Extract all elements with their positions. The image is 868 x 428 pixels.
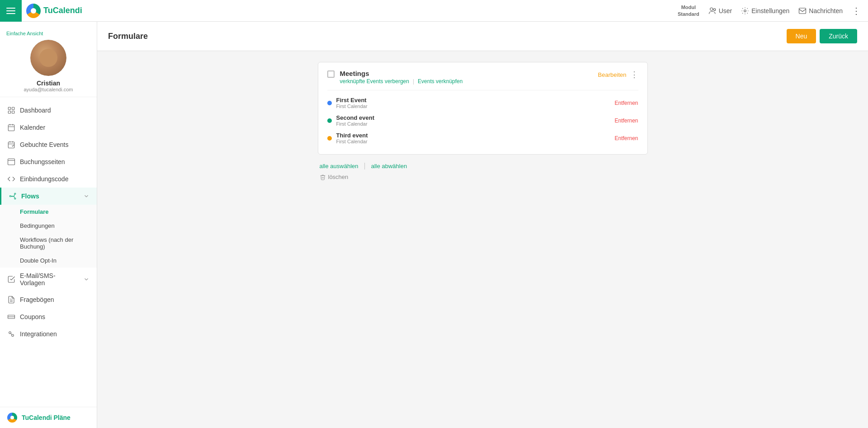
svg-point-0 bbox=[710, 8, 712, 10]
messages-button[interactable]: Nachrichten bbox=[798, 7, 843, 15]
user-icon bbox=[708, 7, 717, 15]
event-info-third: Third event First Calendar bbox=[336, 132, 610, 144]
calendar-check-icon bbox=[7, 141, 15, 149]
sidebar-item-einbindungscode[interactable]: Einbindungscode bbox=[0, 170, 97, 188]
more-options-button[interactable]: ⋮ bbox=[852, 5, 861, 16]
settings-button[interactable]: Einstellungen bbox=[741, 7, 789, 15]
connect-events-link[interactable]: Events verknüpfen bbox=[418, 78, 462, 85]
sidebar-item-label-fragebögen: Fragebögen bbox=[20, 296, 90, 303]
event-calendar-third: First Calendar bbox=[336, 139, 610, 144]
svg-point-2 bbox=[744, 9, 746, 12]
hamburger-button[interactable] bbox=[0, 0, 22, 22]
svg-rect-7 bbox=[12, 111, 14, 113]
entfernen-button-first[interactable]: Entfernen bbox=[614, 100, 638, 106]
sidebar: Einfache Ansicht Cristian ayuda@tucalend… bbox=[0, 22, 97, 428]
sidebar-subitem-formulare[interactable]: Formulare bbox=[0, 205, 97, 219]
sidebar-item-gebuchte-events[interactable]: Gebuchte Events bbox=[0, 136, 97, 153]
deselect-all-link[interactable]: alle abwählen bbox=[371, 163, 407, 169]
sidebar-item-fragebögen[interactable]: Fragebögen bbox=[0, 291, 97, 308]
einfache-ansicht-link[interactable]: Einfache Ansicht bbox=[5, 31, 43, 36]
svg-rect-4 bbox=[8, 107, 10, 109]
sidebar-item-label-gebuchte-events: Gebuchte Events bbox=[20, 141, 90, 148]
card-title: Meetings bbox=[340, 70, 593, 77]
delete-button[interactable]: löschen bbox=[320, 174, 349, 180]
sidebar-item-email-sms[interactable]: E-Mail/SMS-Vorlagen bbox=[0, 268, 97, 291]
card-checkbox[interactable] bbox=[327, 71, 335, 78]
modul-info: Modul Standard bbox=[678, 4, 699, 17]
link-separator: | bbox=[413, 78, 414, 85]
select-all-link[interactable]: alle auswählen bbox=[320, 163, 359, 169]
svg-point-11 bbox=[9, 196, 11, 197]
event-dot-first bbox=[327, 101, 332, 105]
entfernen-button-second[interactable]: Entfernen bbox=[614, 118, 638, 124]
top-navigation: TuCalendi Modul Standard User Einstellun… bbox=[0, 0, 868, 22]
card-links: verknüpfte Events verbergen | Events ver… bbox=[340, 78, 593, 85]
sidebar-profile: Einfache Ansicht Cristian ayuda@tucalend… bbox=[0, 22, 97, 97]
neu-button[interactable]: Neu bbox=[787, 29, 816, 43]
sidebar-nav: Dashboard Kalender Gebuchte Events bbox=[0, 97, 97, 347]
svg-rect-10 bbox=[8, 159, 15, 165]
flows-icon bbox=[9, 192, 17, 200]
bulk-separator: | bbox=[364, 162, 366, 170]
coupon-icon bbox=[7, 313, 15, 321]
svg-rect-3 bbox=[799, 8, 806, 14]
main-header: Formulare Neu Zurück bbox=[97, 22, 868, 51]
zuruck-button[interactable]: Zurück bbox=[820, 29, 857, 43]
event-info-second: Second event First Calendar bbox=[336, 114, 610, 127]
svg-rect-8 bbox=[8, 125, 14, 131]
event-calendar-first: First Calendar bbox=[336, 103, 610, 109]
sidebar-item-label-integrationen: Integrationen bbox=[20, 330, 90, 338]
sidebar-item-buchungsseiten[interactable]: Buchungsseiten bbox=[0, 153, 97, 170]
user-name: Cristian bbox=[37, 80, 60, 87]
logo-icon bbox=[26, 4, 41, 18]
chevron-down-icon bbox=[83, 193, 90, 199]
sidebar-item-tucalendi-planes[interactable]: TuCalendi Pläne bbox=[0, 407, 97, 428]
flows-submenu: Formulare Bedingungen Workflows (nach de… bbox=[0, 205, 97, 268]
sidebar-subitem-workflows[interactable]: Workflows (nach der Buchung) bbox=[0, 233, 97, 254]
sidebar-item-coupons[interactable]: Coupons bbox=[0, 308, 97, 325]
svg-rect-9 bbox=[8, 142, 14, 148]
delete-area: löschen bbox=[318, 174, 648, 180]
logo-text: TuCalendi bbox=[43, 6, 82, 15]
svg-point-18 bbox=[12, 334, 14, 337]
sidebar-subitem-double-opt-in[interactable]: Double Opt-In bbox=[0, 254, 97, 268]
sidebar-subitem-bedingungen[interactable]: Bedingungen bbox=[0, 219, 97, 233]
logo-link[interactable]: TuCalendi bbox=[26, 4, 82, 18]
hide-events-link[interactable]: verknüpfte Events verbergen bbox=[340, 78, 409, 85]
event-list: First Event First Calendar Entfernen Sec… bbox=[327, 90, 638, 147]
event-name-third: Third event bbox=[336, 132, 610, 139]
mail-icon bbox=[798, 7, 807, 15]
event-calendar-second: First Calendar bbox=[336, 121, 610, 127]
svg-point-17 bbox=[9, 332, 11, 334]
event-item-first: First Event First Calendar Entfernen bbox=[327, 94, 638, 112]
tucalendi-plans-icon bbox=[7, 413, 17, 423]
trash-icon bbox=[320, 174, 326, 180]
calendar-icon bbox=[7, 123, 15, 132]
chevron-down-icon-2 bbox=[83, 276, 90, 282]
sidebar-item-flows[interactable]: Flows bbox=[0, 188, 97, 205]
sidebar-item-label-email-sms: E-Mail/SMS-Vorlagen bbox=[20, 272, 79, 287]
sidebar-item-label-kalender: Kalender bbox=[20, 124, 90, 131]
sidebar-item-dashboard[interactable]: Dashboard bbox=[0, 102, 97, 119]
sidebar-item-integrationen[interactable]: Integrationen bbox=[0, 325, 97, 343]
entfernen-button-third[interactable]: Entfernen bbox=[614, 135, 638, 141]
form-card-meetings: Meetings verknüpfte Events verbergen | E… bbox=[318, 62, 648, 155]
sidebar-item-label-tucalendi: TuCalendi Pläne bbox=[22, 414, 71, 421]
sidebar-item-label-buchungsseiten: Buchungsseiten bbox=[20, 158, 90, 165]
code-icon bbox=[7, 175, 15, 183]
event-name-second: Second event bbox=[336, 114, 610, 121]
topnav-right: Modul Standard User Einstellungen Nachri… bbox=[678, 4, 861, 17]
card-more-button[interactable]: ⋮ bbox=[630, 70, 638, 80]
avatar bbox=[30, 40, 66, 76]
bulk-actions: alle auswählen | alle abwählen bbox=[318, 162, 648, 170]
sidebar-bottom: TuCalendi Pläne bbox=[0, 407, 97, 428]
user-button[interactable]: User bbox=[708, 7, 732, 15]
svg-point-1 bbox=[713, 8, 716, 10]
sidebar-item-label-coupons: Coupons bbox=[20, 313, 90, 320]
bearbeiten-button[interactable]: Bearbeiten bbox=[598, 71, 627, 78]
event-item-second: Second event First Calendar Entfernen bbox=[327, 112, 638, 129]
browser-icon bbox=[7, 158, 15, 166]
user-email: ayuda@tucalendi.com bbox=[24, 87, 73, 92]
grid-icon bbox=[7, 106, 15, 114]
sidebar-item-kalender[interactable]: Kalender bbox=[0, 119, 97, 136]
